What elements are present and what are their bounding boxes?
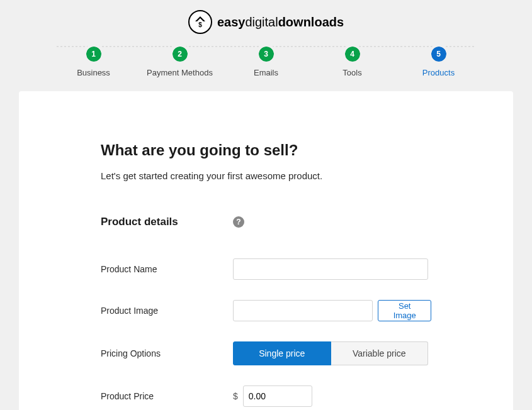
row-pricing-options: Pricing Options Single price Variable pr… [101,341,431,365]
currency-symbol: $ [233,391,238,401]
row-product-name: Product Name [101,258,431,280]
logo-text: easydigitaldownloads [217,15,344,30]
row-product-price: Product Price $ [101,385,431,407]
step-label: Business [77,68,110,77]
step-emails[interactable]: 3 Emails [223,47,309,77]
single-price-button[interactable]: Single price [233,341,331,365]
step-label: Payment Methods [147,68,213,77]
page-title: What are you going to sell? [101,141,431,159]
main-card: What are you going to sell? Let's get st… [19,91,513,410]
stepper: 1 Business 2 Payment Methods 3 Emails 4 … [0,39,532,82]
step-circle: 3 [259,47,274,62]
svg-text:$: $ [198,21,202,28]
help-icon[interactable]: ? [233,216,244,228]
step-circle: 5 [431,47,446,62]
step-label: Emails [254,68,278,77]
row-product-image: Product Image Set Image [101,300,431,321]
label-product-price: Product Price [101,391,233,401]
step-circle: 2 [173,47,188,62]
step-tools[interactable]: 4 Tools [309,47,395,77]
step-business[interactable]: 1 Business [50,47,137,77]
product-price-input[interactable] [243,385,312,407]
pricing-toggle-group: Single price Variable price [233,341,428,365]
step-label: Tools [342,68,361,77]
step-payment-methods[interactable]: 2 Payment Methods [137,47,223,77]
step-label: Products [422,68,455,77]
label-product-name: Product Name [101,264,233,274]
variable-price-button[interactable]: Variable price [331,341,429,365]
page-subtitle: Let's get started creating your first aw… [101,170,431,181]
product-image-input[interactable] [233,300,373,321]
section-title: Product details [101,216,233,228]
product-name-input[interactable] [233,258,428,280]
section-header: Product details ? [101,216,431,228]
label-product-image: Product Image [101,306,233,316]
logo-icon: $ [188,10,212,34]
step-products[interactable]: 5 Products [395,47,482,77]
header: $ easydigitaldownloads [0,0,532,39]
step-circle: 4 [345,47,360,62]
label-pricing-options: Pricing Options [101,348,233,358]
logo: $ easydigitaldownloads [188,10,344,34]
set-image-button[interactable]: Set Image [378,300,431,321]
step-circle: 1 [86,47,101,62]
